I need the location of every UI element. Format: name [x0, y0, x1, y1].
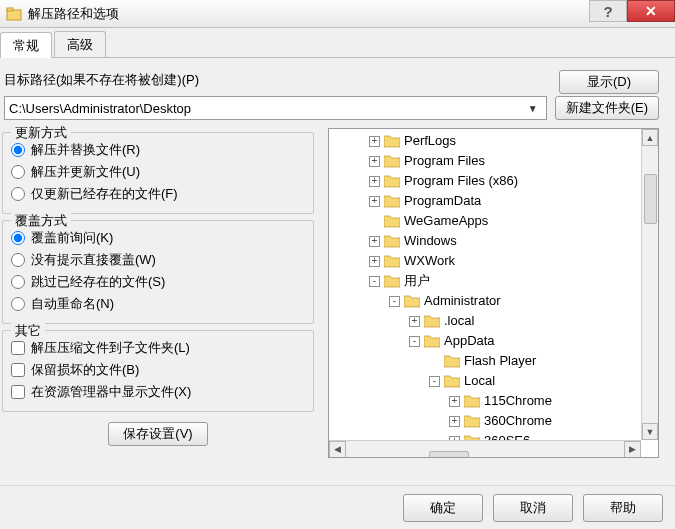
destination-path-value: C:\Users\Administrator\Desktop [9, 101, 524, 116]
overwrite-mode-title: 覆盖方式 [11, 212, 71, 230]
window-title: 解压路径和选项 [28, 5, 669, 23]
tree-item[interactable]: -Administrator [329, 291, 658, 311]
scroll-thumb[interactable] [644, 174, 657, 224]
expander-none [429, 356, 440, 367]
tree-item-label: ProgramData [404, 191, 481, 211]
tree-item[interactable]: +360Chrome [329, 411, 658, 431]
app-icon [6, 6, 22, 22]
tree-item-label: Local [464, 371, 495, 391]
update-mode-title: 更新方式 [11, 124, 71, 142]
tree-item-label: Program Files (x86) [404, 171, 518, 191]
radio-fresh-only[interactable]: 仅更新已经存在的文件(F) [11, 183, 305, 205]
expand-icon[interactable]: + [369, 176, 380, 187]
tree-item[interactable]: +.local [329, 311, 658, 331]
tree-item[interactable]: +115Chrome [329, 391, 658, 411]
vertical-scrollbar[interactable]: ▲ ▼ [641, 129, 658, 440]
expand-icon[interactable]: + [369, 196, 380, 207]
folder-icon [424, 314, 440, 328]
tree-item-label: PerfLogs [404, 131, 456, 151]
check-show-explorer[interactable]: 在资源管理器中显示文件(X) [11, 381, 305, 403]
update-mode-group: 更新方式 解压并替换文件(R) 解压并更新文件(U) 仅更新已经存在的文件(F) [2, 132, 314, 214]
tab-bar: 常规 高级 [0, 28, 675, 58]
close-button[interactable]: ✕ [627, 0, 675, 22]
folder-icon [384, 234, 400, 248]
tree-item[interactable]: -AppData [329, 331, 658, 351]
destination-path-label: 目标路径(如果不存在将被创建)(P) [4, 71, 551, 93]
scroll-up-icon[interactable]: ▲ [642, 129, 658, 146]
tree-item-label: 用户 [404, 271, 430, 291]
radio-ask-overwrite[interactable]: 覆盖前询问(K) [11, 227, 305, 249]
expand-icon[interactable]: + [449, 396, 460, 407]
tree-item[interactable]: +ProgramData [329, 191, 658, 211]
svg-rect-1 [7, 8, 13, 11]
folder-icon [464, 414, 480, 428]
display-button[interactable]: 显示(D) [559, 70, 659, 94]
tree-item[interactable]: +Program Files (x86) [329, 171, 658, 191]
check-keep-broken[interactable]: 保留损坏的文件(B) [11, 359, 305, 381]
cancel-button[interactable]: 取消 [493, 494, 573, 522]
tree-item[interactable]: -Local [329, 371, 658, 391]
folder-icon [384, 254, 400, 268]
chevron-down-icon[interactable]: ▼ [524, 103, 542, 114]
tree-item[interactable]: +Windows [329, 231, 658, 251]
collapse-icon[interactable]: - [389, 296, 400, 307]
check-subfolder[interactable]: 解压压缩文件到子文件夹(L) [11, 337, 305, 359]
folder-icon [384, 214, 400, 228]
expand-icon[interactable]: + [369, 256, 380, 267]
folder-tree[interactable]: +PerfLogs+Program Files+Program Files (x… [328, 128, 659, 458]
tab-general[interactable]: 常规 [0, 32, 52, 58]
folder-icon [444, 374, 460, 388]
new-folder-button[interactable]: 新建文件夹(E) [555, 96, 659, 120]
folder-icon [404, 294, 420, 308]
expand-icon[interactable]: + [369, 236, 380, 247]
save-settings-button[interactable]: 保存设置(V) [108, 422, 208, 446]
tree-item-label: AppData [444, 331, 495, 351]
expand-icon[interactable]: + [409, 316, 420, 327]
tree-item[interactable]: Flash Player [329, 351, 658, 371]
scroll-thumb[interactable] [429, 451, 469, 458]
expander-none [369, 216, 380, 227]
tree-item[interactable]: WeGameApps [329, 211, 658, 231]
tree-item-label: Flash Player [464, 351, 536, 371]
window-buttons: ? ✕ [589, 0, 675, 22]
collapse-icon[interactable]: - [369, 276, 380, 287]
radio-auto-rename[interactable]: 自动重命名(N) [11, 293, 305, 315]
tab-advanced[interactable]: 高级 [54, 31, 106, 57]
expand-icon[interactable]: + [449, 416, 460, 427]
horizontal-scrollbar[interactable]: ◀ ▶ [329, 440, 641, 457]
tree-item-label: WeGameApps [404, 211, 488, 231]
scroll-left-icon[interactable]: ◀ [329, 441, 346, 458]
expand-icon[interactable]: + [369, 156, 380, 167]
radio-extract-replace[interactable]: 解压并替换文件(R) [11, 139, 305, 161]
tree-item-label: Program Files [404, 151, 485, 171]
tree-item-label: 360Chrome [484, 411, 552, 431]
help-button[interactable]: 帮助 [583, 494, 663, 522]
radio-overwrite-noprompt[interactable]: 没有提示直接覆盖(W) [11, 249, 305, 271]
radio-skip-existing[interactable]: 跳过已经存在的文件(S) [11, 271, 305, 293]
tree-item-label: Windows [404, 231, 457, 251]
folder-icon [444, 354, 460, 368]
misc-group: 其它 解压压缩文件到子文件夹(L) 保留损坏的文件(B) 在资源管理器中显示文件… [2, 330, 314, 412]
tree-item-label: .local [444, 311, 474, 331]
collapse-icon[interactable]: - [409, 336, 420, 347]
tree-item[interactable]: +PerfLogs [329, 131, 658, 151]
tree-item[interactable]: +WXWork [329, 251, 658, 271]
folder-icon [424, 334, 440, 348]
ok-button[interactable]: 确定 [403, 494, 483, 522]
folder-icon [384, 174, 400, 188]
title-bar: 解压路径和选项 ? ✕ [0, 0, 675, 28]
scroll-down-icon[interactable]: ▼ [642, 423, 658, 440]
tree-item-label: 115Chrome [484, 391, 552, 411]
misc-title: 其它 [11, 322, 45, 340]
folder-icon [464, 394, 480, 408]
help-button[interactable]: ? [589, 0, 627, 22]
scroll-right-icon[interactable]: ▶ [624, 441, 641, 458]
radio-extract-update[interactable]: 解压并更新文件(U) [11, 161, 305, 183]
folder-icon [384, 134, 400, 148]
tree-item[interactable]: +Program Files [329, 151, 658, 171]
expand-icon[interactable]: + [369, 136, 380, 147]
destination-path-combo[interactable]: C:\Users\Administrator\Desktop ▼ [4, 96, 547, 120]
collapse-icon[interactable]: - [429, 376, 440, 387]
tree-item[interactable]: -用户 [329, 271, 658, 291]
folder-icon [384, 274, 400, 288]
